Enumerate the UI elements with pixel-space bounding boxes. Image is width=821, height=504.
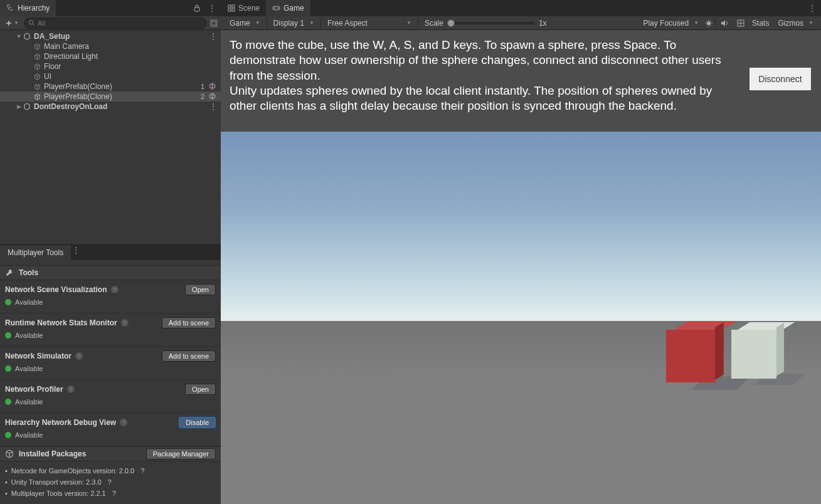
tools-section-header: Tools (0, 265, 221, 280)
cube-icon (33, 62, 41, 71)
filter-icon[interactable] (209, 19, 218, 28)
package-manager-button[interactable]: Package Manager (146, 448, 216, 459)
svg-rect-7 (232, 5, 235, 8)
scale-slider[interactable] (447, 22, 535, 24)
tool-name: Hierarchy Network Debug View (5, 418, 116, 427)
help-icon[interactable]: ? (67, 386, 75, 393)
tool-name: Network Profiler (5, 385, 63, 394)
svg-point-13 (707, 21, 711, 25)
tab-game[interactable]: Game (266, 0, 310, 16)
tool-status: Available (15, 332, 43, 339)
multiplayer-tools-panel: Multiplayer Tools ⋮ Tools Network Scene … (0, 244, 221, 504)
kebab-icon[interactable]: ⋮ (807, 3, 817, 13)
package-icon (5, 449, 14, 458)
network-icon (208, 92, 217, 101)
mpt-tab-bar: Multiplayer Tools ⋮ (0, 245, 221, 260)
player-cube-grey (731, 330, 780, 379)
cube-icon (33, 52, 41, 61)
scene-icon (227, 4, 235, 13)
lock-icon[interactable] (192, 3, 202, 13)
kebab-icon[interactable]: ⋮ (207, 3, 217, 13)
disconnect-button[interactable]: Disconnect (749, 68, 811, 90)
expand-arrow-icon[interactable]: ▼ (15, 33, 23, 39)
instructions-text-2: Unity updates spheres owned by the local… (230, 83, 736, 114)
kebab-icon[interactable]: ⋮ (209, 102, 217, 111)
tool-action-button[interactable]: Disable (179, 417, 216, 428)
help-icon[interactable]: ? (111, 286, 119, 293)
hierarchy-icon (6, 4, 14, 13)
hierarchy-tree: ▼ DA_Setup ⋮ Main Camera Directional Lig… (0, 30, 221, 244)
tool-status: Available (15, 365, 43, 372)
status-dot-icon (5, 399, 11, 405)
game-mode-dropdown[interactable]: Game▼ (225, 17, 265, 29)
cube-icon (33, 82, 41, 91)
gizmos-dropdown[interactable]: Gizmos▼ (775, 17, 815, 29)
tool-status: Available (15, 398, 43, 406)
cube-icon (33, 72, 41, 81)
tool-action-button[interactable]: Add to scene (162, 350, 216, 362)
tool-status: Available (15, 298, 43, 306)
game-view[interactable]: To move the cube, use the W, A, S, and D… (221, 30, 821, 504)
svg-rect-9 (232, 9, 235, 11)
hierarchy-item-prefab-selected[interactable]: PlayerPrefab(Clone) 2 (0, 92, 221, 102)
hierarchy-item[interactable]: UI (0, 71, 221, 81)
aspect-dropdown[interactable]: Free Aspect▼ (322, 17, 416, 29)
help-icon[interactable]: ? (140, 467, 144, 475)
kebab-icon[interactable]: ⋮ (209, 32, 217, 41)
tool-action-button[interactable]: Open (185, 384, 216, 395)
scale-control[interactable]: Scale 1x (420, 19, 552, 28)
lighting-icon[interactable] (704, 18, 714, 28)
grid-icon[interactable] (736, 18, 746, 28)
audio-icon[interactable] (719, 18, 729, 28)
svg-rect-6 (228, 5, 231, 8)
sky-background (221, 132, 821, 321)
tab-hierarchy[interactable]: Hierarchy (0, 0, 56, 16)
package-list: Netcode for GameObjects version: 2.0.0?U… (0, 461, 221, 504)
tool-name: Runtime Network Stats Monitor (5, 318, 117, 327)
svg-point-11 (274, 8, 275, 9)
tool-status: Available (15, 431, 43, 439)
packages-section-header: Installed Packages Package Manager (0, 446, 221, 461)
hierarchy-item-prefab[interactable]: PlayerPrefab(Clone) 1 (0, 81, 221, 92)
hierarchy-item[interactable]: Floor (0, 61, 221, 71)
unity-logo-icon (23, 32, 31, 41)
display-dropdown[interactable]: Display 1▼ (268, 17, 319, 29)
tab-scene[interactable]: Scene (221, 0, 266, 16)
play-focused-dropdown[interactable]: Play Focused▼ (638, 17, 704, 29)
create-dropdown[interactable]: ▼ (3, 19, 21, 27)
expand-arrow-icon[interactable]: ▶ (15, 103, 23, 110)
kebab-icon[interactable]: ⋮ (71, 245, 81, 255)
hierarchy-item[interactable]: Directional Light (0, 51, 221, 61)
stats-toggle[interactable]: Stats (752, 19, 769, 28)
scene-dontdestroy[interactable]: ▶ DontDestroyOnLoad ⋮ (0, 102, 221, 112)
cube-icon (33, 92, 41, 101)
package-item: Unity Transport version: 2.3.0? (5, 476, 216, 488)
tool-name: Network Scene Visualization (5, 285, 107, 294)
help-icon[interactable]: ? (120, 419, 127, 426)
help-icon[interactable]: ? (121, 319, 129, 327)
svg-rect-3 (212, 21, 216, 25)
unity-logo-icon (23, 102, 31, 111)
scene-root[interactable]: ▼ DA_Setup ⋮ (0, 31, 221, 41)
instructions-text-1: To move the cube, use the W, A, S, and D… (230, 38, 736, 83)
svg-point-1 (29, 20, 33, 24)
help-icon[interactable]: ? (112, 490, 116, 497)
help-icon[interactable]: ? (75, 352, 83, 360)
hierarchy-search[interactable] (24, 18, 207, 29)
hierarchy-item[interactable]: Main Camera (0, 41, 221, 51)
game-toolbar: Game▼ Display 1▼ Free Aspect▼ Scale 1x P… (221, 16, 821, 30)
status-dot-icon (5, 432, 11, 438)
tool-name: Network Simulator (5, 352, 72, 360)
player-cube-red (666, 330, 718, 381)
search-input[interactable] (38, 19, 203, 27)
help-icon[interactable]: ? (108, 478, 112, 486)
hierarchy-toolbar: ▼ (0, 16, 221, 30)
tool-action-button[interactable]: Open (185, 284, 216, 295)
tool-action-button[interactable]: Add to scene (162, 317, 216, 328)
cube-icon (33, 42, 41, 51)
network-icon (208, 82, 217, 91)
status-dot-icon (5, 332, 11, 339)
svg-rect-8 (228, 9, 231, 11)
svg-point-12 (277, 8, 278, 9)
tab-multiplayer-tools[interactable]: Multiplayer Tools (0, 245, 71, 260)
